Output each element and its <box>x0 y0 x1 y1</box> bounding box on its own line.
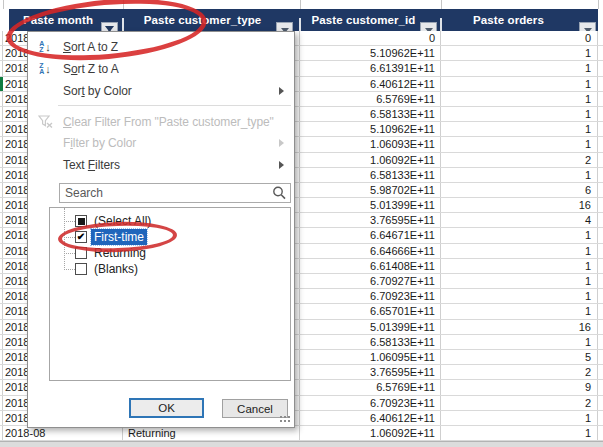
cell-customer-id[interactable]: 1.06095E+11 <box>300 350 441 364</box>
cell-orders[interactable]: 1 <box>441 137 598 151</box>
cell-customer-id[interactable]: 1.06093E+11 <box>300 137 441 151</box>
search-input[interactable] <box>59 183 291 203</box>
label-pre: Text <box>63 158 88 172</box>
cell-customer-id[interactable]: 6.61391E+11 <box>300 61 441 75</box>
menu-item-sort-z-to-a[interactable]: ZA↓Sort Z to A <box>28 58 294 80</box>
resize-grip[interactable] <box>278 414 290 423</box>
cell-empty <box>598 304 603 318</box>
cell-orders[interactable]: 1 <box>441 259 598 273</box>
cell-customer-id[interactable]: 6.70923E+11 <box>300 289 441 303</box>
cell-empty <box>598 46 603 60</box>
menu-item-filter-by-color[interactable]: Filter by Color <box>28 132 294 153</box>
cell-customer-id[interactable]: 1.06092E+11 <box>300 153 441 167</box>
cell-customer-id[interactable]: 5.01399E+11 <box>300 198 441 212</box>
menu-item-label: Filter by Color <box>63 136 136 150</box>
checkbox-indeterminate[interactable] <box>75 215 87 227</box>
active-cell-indicator <box>0 77 3 91</box>
cell-customer-id[interactable]: 6.58133E+11 <box>300 168 441 182</box>
cell-customer-type[interactable]: Returning <box>123 426 300 440</box>
cell-empty <box>598 183 603 197</box>
cell-customer-id[interactable]: 6.64666E+11 <box>300 244 441 258</box>
cell-customer-id[interactable]: 3.76595E+11 <box>300 213 441 227</box>
cell-orders[interactable]: 16 <box>441 320 598 334</box>
cell-empty <box>598 380 603 394</box>
cell-customer-id[interactable]: 6.40612E+11 <box>300 411 441 425</box>
cell-orders[interactable]: 2 <box>441 153 598 167</box>
excel-autofilter-screenshot: Paste month Paste customer_type Paste cu… <box>0 0 603 447</box>
checkbox-unchecked[interactable] <box>75 263 87 275</box>
clear-filter-icon <box>32 115 58 128</box>
filter-option-select-all[interactable]: (Select All) <box>50 213 290 229</box>
cell-customer-id[interactable]: 6.61408E+11 <box>300 259 441 273</box>
cell-orders[interactable]: 1 <box>441 335 598 349</box>
cell-customer-id[interactable]: 6.64671E+11 <box>300 228 441 242</box>
cell-orders[interactable]: 9 <box>441 380 598 394</box>
cell-empty <box>598 153 603 167</box>
cell-orders[interactable]: 16 <box>441 198 598 212</box>
cell-orders[interactable]: 1 <box>441 46 598 60</box>
cell-orders[interactable]: 1 <box>441 77 598 91</box>
cell-customer-id[interactable]: 5.10962E+11 <box>300 46 441 60</box>
label-post: ilters <box>95 158 120 172</box>
cell-orders[interactable]: 1 <box>441 122 598 136</box>
cell-orders[interactable]: 1 <box>441 228 598 242</box>
cell-customer-id[interactable]: 6.5769E+11 <box>300 380 441 394</box>
menu-item-clear-filter-from-paste-customer-type[interactable]: Clear Filter From "Paste customer_type" <box>28 111 294 132</box>
filter-option-returning[interactable]: Returning <box>50 245 290 261</box>
cell-empty <box>598 365 603 379</box>
cell-orders[interactable]: 0 <box>441 31 598 45</box>
cell-orders[interactable]: 1 <box>441 244 598 258</box>
sort-az-icon: AZ↓ <box>32 41 58 54</box>
cell-orders[interactable]: 1 <box>441 289 598 303</box>
cell-empty <box>598 274 603 288</box>
cell-customer-id[interactable]: 5.10962E+11 <box>300 122 441 136</box>
checkbox-unchecked[interactable] <box>75 247 87 259</box>
cell-orders[interactable]: 1 <box>441 92 598 106</box>
cell-customer-id[interactable]: 6.5769E+11 <box>300 92 441 106</box>
cell-empty <box>598 213 603 227</box>
sheet-bottom-strip <box>0 441 603 447</box>
menu-item-sort-by-color[interactable]: Sort by Color <box>28 80 294 102</box>
cell-customer-id[interactable]: 6.58133E+11 <box>300 335 441 349</box>
cell-customer-id[interactable]: 6.70927E+11 <box>300 274 441 288</box>
cell-orders[interactable]: 1 <box>441 61 598 75</box>
cell-orders[interactable]: 5 <box>441 350 598 364</box>
cell-orders[interactable]: 2 <box>441 365 598 379</box>
cell-empty <box>598 396 603 410</box>
cell-orders[interactable]: 1 <box>441 426 598 440</box>
menu-item-text-filters[interactable]: Text Filters <box>28 154 294 175</box>
cell-orders[interactable]: 6 <box>441 183 598 197</box>
checkbox-checked[interactable]: ✔ <box>75 231 87 243</box>
label-post: rt Z to A <box>77 62 118 76</box>
cell-customer-id[interactable]: 3.76595E+11 <box>300 365 441 379</box>
cell-customer-id[interactable]: 6.65701E+11 <box>300 304 441 318</box>
cell-orders[interactable]: 1 <box>441 411 598 425</box>
cell-customer-id[interactable]: 0 <box>300 31 441 45</box>
filter-option-first-time[interactable]: ✔First-time <box>50 229 290 245</box>
menu-item-label: Sort by Color <box>63 84 132 98</box>
filter-option-blanks[interactable]: (Blanks) <box>50 261 290 277</box>
cell-orders[interactable]: 2 <box>441 396 598 410</box>
cell-orders[interactable]: 4 <box>441 213 598 227</box>
column-header-customer-type: Paste customer_type <box>123 9 300 31</box>
cell-orders[interactable]: 1 <box>441 168 598 182</box>
cell-customer-id[interactable]: 6.58133E+11 <box>300 107 441 121</box>
cell-empty <box>598 31 603 45</box>
cell-empty <box>598 92 603 106</box>
cell-empty <box>598 198 603 212</box>
cell-customer-id[interactable]: 5.01399E+11 <box>300 320 441 334</box>
cell-empty <box>598 77 603 91</box>
cell-customer-id[interactable]: 5.98702E+11 <box>300 183 441 197</box>
cell-empty <box>598 289 603 303</box>
menu-item-sort-a-to-z[interactable]: AZ↓Sort A to Z <box>28 36 294 58</box>
cell-customer-id[interactable]: 1.06092E+11 <box>300 426 441 440</box>
cell-empty <box>598 122 603 136</box>
cell-orders[interactable]: 1 <box>441 107 598 121</box>
cell-customer-id[interactable]: 6.40612E+11 <box>300 77 441 91</box>
cell-orders[interactable]: 1 <box>441 304 598 318</box>
cell-month[interactable]: 2018-08 <box>3 426 123 440</box>
cell-orders[interactable]: 1 <box>441 274 598 288</box>
filter-values-listbox: (Select All)✔First-timeReturning(Blanks) <box>49 207 291 381</box>
ok-button[interactable]: OK <box>129 398 204 418</box>
cell-customer-id[interactable]: 6.70923E+11 <box>300 396 441 410</box>
